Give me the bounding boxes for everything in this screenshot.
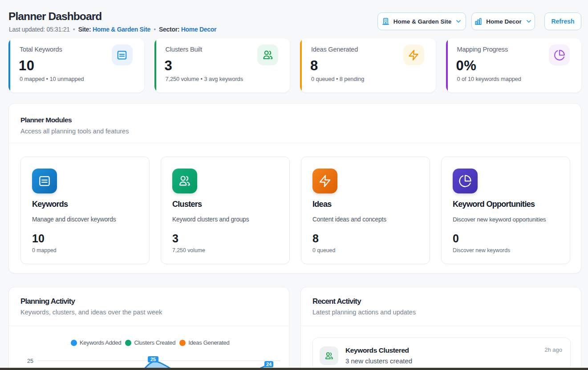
svg-text:25: 25 <box>27 358 33 364</box>
svg-text:24: 24 <box>266 362 272 367</box>
svg-text:25: 25 <box>150 357 156 362</box>
